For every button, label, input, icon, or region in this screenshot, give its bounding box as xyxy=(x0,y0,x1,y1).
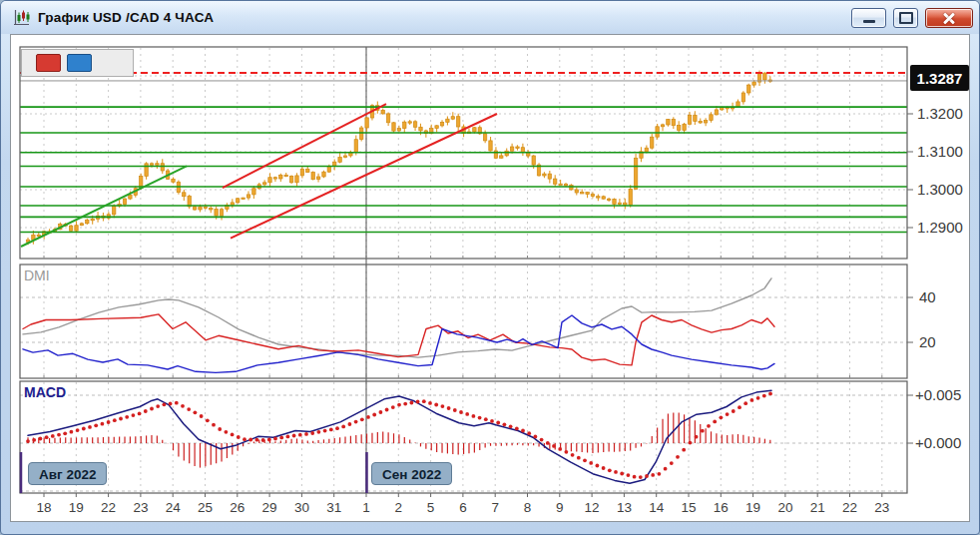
x-axis-label: 23 xyxy=(874,500,889,515)
x-axis-label: 9 xyxy=(556,500,564,515)
candlesticks-layer[interactable] xyxy=(26,71,771,246)
x-axis-label: 13 xyxy=(617,500,632,515)
candle-body xyxy=(543,174,546,176)
macd-signal-dot xyxy=(175,401,179,405)
macd-signal-dot xyxy=(571,453,575,457)
macd-signal-dot xyxy=(156,404,160,408)
macd-signal-dot xyxy=(743,401,747,405)
x-axis-label: 16 xyxy=(714,500,729,515)
macd-signal-dot xyxy=(341,425,345,429)
macd-signal-dot xyxy=(720,415,724,419)
candle-body xyxy=(618,203,621,204)
candle-body xyxy=(156,164,159,166)
x-axis-label: 23 xyxy=(133,500,148,515)
macd-signal-dot xyxy=(132,413,136,417)
candle-body xyxy=(645,148,648,152)
macd-signal-dot xyxy=(410,401,414,405)
candle-body xyxy=(172,179,175,182)
plus-di-line xyxy=(23,314,774,365)
candle-body xyxy=(80,224,83,226)
candle-body xyxy=(440,122,443,126)
macd-signal-dot xyxy=(534,435,538,439)
macd-signal-dot xyxy=(509,424,513,428)
macd-signal-dot xyxy=(354,420,358,424)
macd-signal-dot xyxy=(416,400,420,404)
candle-body xyxy=(602,197,605,199)
macd-signal-dot xyxy=(664,467,668,471)
candle-body xyxy=(661,125,664,127)
macd-signal-dot xyxy=(558,447,562,451)
trendline xyxy=(223,104,386,188)
macd-signal-dot xyxy=(63,431,67,435)
macd-signal-dot xyxy=(750,398,754,402)
candle-body xyxy=(289,177,292,183)
macd-signal-dot xyxy=(589,461,593,465)
candle-body xyxy=(451,117,454,120)
macd-signal-dot xyxy=(614,470,618,474)
macd-signal-dot xyxy=(82,427,86,431)
macd-signal-dot xyxy=(645,474,649,478)
macd-signal-dot xyxy=(762,394,766,398)
macd-signal-dot xyxy=(150,407,154,411)
macd-signal-dot xyxy=(651,473,655,477)
candle-body xyxy=(199,207,202,210)
x-axis-label: 15 xyxy=(681,500,696,515)
macd-signal-dot xyxy=(335,426,339,430)
candle-body xyxy=(597,197,600,198)
macd-signal-dot xyxy=(552,444,556,448)
dmi-axis-label: 40 xyxy=(919,288,936,305)
macd-signal-dot xyxy=(639,475,643,479)
candle-body xyxy=(413,122,416,128)
macd-signal-dot xyxy=(119,417,123,421)
candle-body xyxy=(699,122,702,124)
macd-signal-dot xyxy=(45,435,49,439)
macd-signal-dot xyxy=(267,438,271,442)
blue-marker-button[interactable] xyxy=(67,54,92,72)
candle-body xyxy=(381,110,384,114)
macd-signal-dot xyxy=(237,435,241,439)
candle-body xyxy=(554,179,557,184)
macd-signal-dot xyxy=(39,437,43,441)
candle-body xyxy=(354,140,357,153)
candle-body xyxy=(591,195,594,197)
candle-body xyxy=(327,166,330,172)
price-axis-label: 1.3200 xyxy=(917,105,963,122)
macd-signal-dot xyxy=(503,422,507,426)
x-axis-label: 19 xyxy=(745,500,760,515)
candle-body xyxy=(37,235,40,236)
macd-signal-dot xyxy=(243,437,246,441)
candle-body xyxy=(763,73,766,80)
macd-signal-dot xyxy=(447,406,451,410)
red-marker-button[interactable] xyxy=(36,54,61,72)
x-axis-label: 14 xyxy=(649,500,665,515)
candle-body xyxy=(741,93,744,102)
macd-signal-dot xyxy=(403,402,407,406)
macd-signal-dot xyxy=(298,433,302,437)
macd-signal-dot xyxy=(391,405,395,409)
macd-signal-dot xyxy=(713,420,717,424)
macd-signal-dot xyxy=(608,468,612,472)
x-axis-label: 24 xyxy=(166,500,182,515)
x-axis-label: 2 xyxy=(395,500,403,515)
macd-signal-dot xyxy=(372,413,376,417)
macd-signal-dot xyxy=(200,414,204,418)
candle-body xyxy=(295,176,298,183)
candle-body xyxy=(183,193,186,197)
macd-signal-dot xyxy=(737,405,741,409)
macd-signal-dot xyxy=(428,401,432,405)
macd-signal-dot xyxy=(583,458,587,462)
x-axis-label: 1 xyxy=(362,500,370,515)
candle-body xyxy=(710,115,713,121)
x-axis-label: 22 xyxy=(101,500,116,515)
macd-signal-dot xyxy=(329,428,333,432)
candle-body xyxy=(510,147,513,151)
macd-signal-dot xyxy=(484,417,488,421)
candle-body xyxy=(263,183,266,185)
candle-body xyxy=(284,175,287,176)
macd-signal-dot xyxy=(76,428,80,432)
macd-signal-dot xyxy=(113,418,117,422)
macd-signal-dot xyxy=(434,403,438,407)
candle-body xyxy=(129,195,132,199)
macd-signal-dot xyxy=(472,414,476,418)
macd-signal-dot xyxy=(465,412,469,416)
